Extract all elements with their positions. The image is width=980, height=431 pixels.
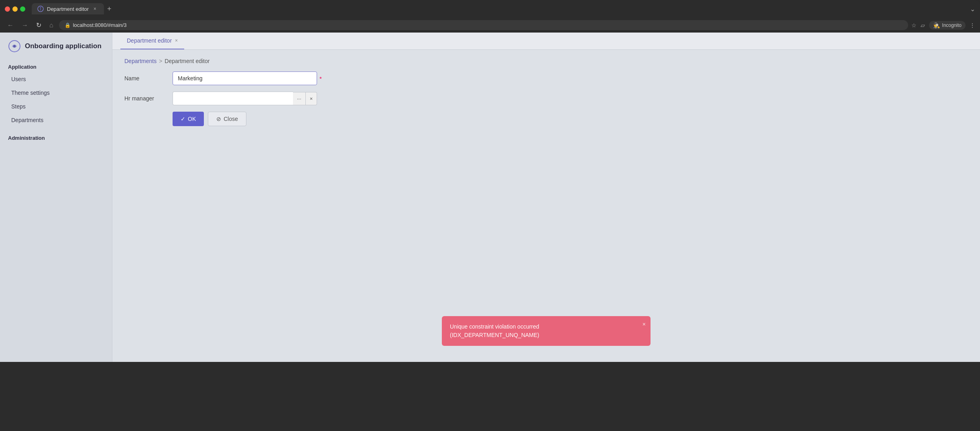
close-label: Close bbox=[224, 116, 238, 122]
browser-tab-close[interactable]: × bbox=[94, 6, 96, 12]
sidebar-item-departments-label: Departments bbox=[11, 117, 43, 123]
new-tab-button[interactable]: + bbox=[107, 5, 112, 13]
app-wrapper: Onboarding application Application Users… bbox=[0, 33, 980, 362]
minimize-window-btn[interactable] bbox=[12, 6, 18, 12]
sidebar: Onboarding application Application Users… bbox=[0, 33, 112, 362]
sidebar-item-steps-label: Steps bbox=[11, 103, 26, 110]
incognito-label: Incognito bbox=[942, 22, 962, 28]
form-row-hr-manager: Hr manager ··· × bbox=[124, 92, 968, 105]
incognito-badge: 🕵 Incognito bbox=[929, 21, 966, 30]
sidebar-logo: Onboarding application bbox=[0, 33, 112, 58]
toast-close-button[interactable]: × bbox=[642, 320, 646, 329]
toast-container: Unique constraint violation occurred (ID… bbox=[442, 316, 651, 346]
tab-bar: Department editor × + bbox=[32, 3, 967, 14]
required-star: * bbox=[319, 75, 322, 82]
name-label: Name bbox=[124, 75, 173, 82]
main-content: Department editor × Departments > Depart… bbox=[112, 33, 980, 362]
address-text: localhost:8080/#main/3 bbox=[73, 22, 127, 28]
titlebar: Department editor × + ⌄ bbox=[0, 0, 980, 18]
tabs-bar: Department editor × bbox=[112, 33, 980, 50]
tab-favicon bbox=[37, 6, 44, 12]
browser-tab-label: Department editor bbox=[47, 6, 89, 12]
toast-message-line1: Unique constraint violation occurred bbox=[450, 323, 634, 331]
hr-manager-field-wrapper: ··· × bbox=[173, 92, 317, 105]
hr-manager-clear-button[interactable]: × bbox=[306, 92, 317, 105]
incognito-icon: 🕵 bbox=[933, 22, 940, 29]
tab-department-editor-close[interactable]: × bbox=[175, 38, 178, 43]
tab-department-editor-label: Department editor bbox=[127, 37, 172, 44]
browser-tab[interactable]: Department editor × bbox=[32, 3, 104, 14]
sidebar-item-theme-settings[interactable]: Theme settings bbox=[0, 86, 112, 100]
close-icon: ⊘ bbox=[216, 116, 221, 122]
back-button[interactable]: ← bbox=[5, 21, 16, 30]
refresh-button[interactable]: ↻ bbox=[34, 20, 44, 30]
lock-icon: 🔒 bbox=[65, 22, 71, 28]
chevron-down-icon[interactable]: ⌄ bbox=[970, 5, 975, 13]
sidebar-item-theme-settings-label: Theme settings bbox=[11, 90, 50, 96]
sidebar-item-users-label: Users bbox=[11, 76, 26, 82]
more-options-icon[interactable]: ⋮ bbox=[970, 22, 975, 29]
sidebar-logo-text: Onboarding application bbox=[25, 42, 102, 50]
ok-button[interactable]: ✓ OK bbox=[173, 112, 204, 126]
lookup-dots-icon: ··· bbox=[297, 96, 301, 102]
toast-message-line2: (IDX_DEPARTMENT_UNQ_NAME) bbox=[450, 331, 634, 339]
name-field-wrapper: * bbox=[173, 71, 322, 85]
bookmark-icon[interactable]: ☆ bbox=[911, 22, 917, 29]
home-button[interactable]: ⌂ bbox=[47, 21, 56, 30]
maximize-window-btn[interactable] bbox=[20, 6, 25, 12]
navbar: ← → ↻ ⌂ 🔒 localhost:8080/#main/3 ☆ ▱ 🕵 I… bbox=[0, 18, 980, 33]
breadcrumb-current: Department editor bbox=[165, 58, 209, 64]
window-controls bbox=[5, 6, 25, 12]
breadcrumb-parent[interactable]: Departments bbox=[124, 58, 157, 64]
error-toast: Unique constraint violation occurred (ID… bbox=[442, 316, 651, 346]
editor-area: Departments > Department editor Name * H… bbox=[112, 50, 980, 362]
close-window-btn[interactable] bbox=[5, 6, 10, 12]
forward-button[interactable]: → bbox=[19, 21, 30, 30]
address-bar[interactable]: 🔒 localhost:8080/#main/3 bbox=[59, 20, 909, 30]
tab-department-editor[interactable]: Department editor × bbox=[120, 33, 184, 49]
split-view-icon[interactable]: ▱ bbox=[921, 22, 925, 29]
close-button[interactable]: ⊘ Close bbox=[208, 112, 246, 126]
nav-actions: ☆ ▱ 🕵 Incognito ⋮ bbox=[911, 21, 975, 30]
form-actions: ✓ OK ⊘ Close bbox=[173, 112, 968, 126]
name-input[interactable] bbox=[173, 71, 317, 85]
sidebar-item-steps[interactable]: Steps bbox=[0, 100, 112, 113]
ok-label: OK bbox=[188, 116, 196, 122]
sidebar-section-administration: Administration bbox=[0, 127, 112, 143]
breadcrumb-separator: > bbox=[159, 58, 162, 64]
svg-point-2 bbox=[13, 45, 16, 47]
hr-manager-lookup-button[interactable]: ··· bbox=[293, 92, 306, 105]
logo-icon bbox=[8, 40, 21, 53]
sidebar-item-users[interactable]: Users bbox=[0, 72, 112, 86]
sidebar-item-departments[interactable]: Departments bbox=[0, 113, 112, 127]
clear-icon: × bbox=[310, 96, 313, 102]
breadcrumb: Departments > Department editor bbox=[124, 58, 968, 64]
sidebar-section-application: Application bbox=[0, 58, 112, 72]
ok-check-icon: ✓ bbox=[181, 116, 185, 122]
hr-manager-input[interactable] bbox=[173, 92, 293, 105]
hr-manager-label: Hr manager bbox=[124, 95, 173, 102]
form-row-name: Name * bbox=[124, 71, 968, 85]
